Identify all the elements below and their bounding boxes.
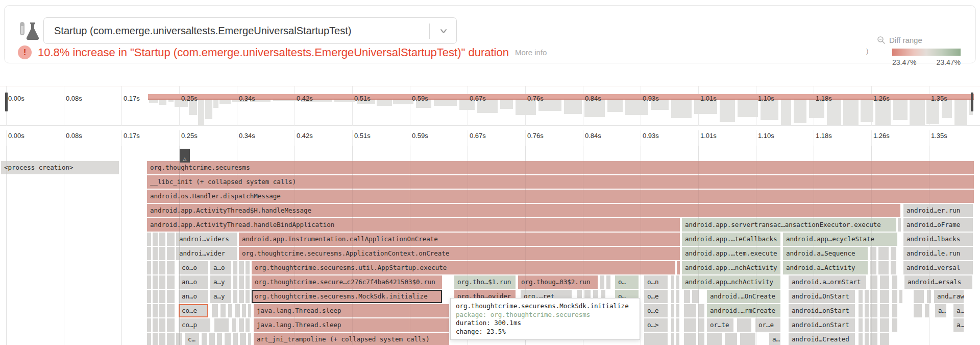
flame-bar[interactable]: androi…viders (176, 233, 237, 246)
flame-bar[interactable] (246, 275, 250, 289)
flame-bar[interactable] (606, 275, 610, 289)
minimap-right-handle[interactable] (971, 93, 973, 111)
flame-bar[interactable] (159, 275, 165, 289)
flame-bar[interactable] (159, 261, 165, 274)
flame-bar[interactable]: android…oFrame (903, 218, 973, 232)
flame-bar[interactable]: android.app.…tem.execute (682, 247, 780, 260)
flame-bar[interactable] (217, 333, 222, 345)
flame-bar[interactable]: co…p (179, 318, 210, 332)
flame-bar[interactable] (880, 318, 889, 332)
flame-bar[interactable] (914, 304, 922, 317)
flame-bar[interactable] (225, 333, 231, 345)
flame-bar[interactable]: o…e (644, 290, 668, 303)
flame-bar[interactable] (167, 290, 175, 303)
flame-bar[interactable] (671, 318, 674, 332)
flame-bar[interactable]: __libc_init (+ collapsed system calls) (147, 175, 974, 189)
flame-bar[interactable] (684, 304, 696, 317)
flame-bar[interactable] (892, 304, 897, 317)
flame-bar[interactable] (159, 290, 165, 303)
flame-bar[interactable] (232, 318, 236, 332)
flame-bar[interactable] (153, 261, 158, 274)
flame-bar[interactable]: android.a…Activity (783, 261, 868, 274)
flame-bar[interactable]: o… (615, 275, 639, 289)
flame-bar[interactable]: org.tho…$1.run (454, 275, 516, 289)
flame-bar[interactable]: android…er.run (903, 204, 973, 217)
flame-bar[interactable]: o…e (644, 304, 668, 317)
flame-bar[interactable] (242, 304, 246, 317)
flame-bar[interactable] (892, 318, 897, 332)
flame-bar[interactable] (233, 275, 237, 289)
flame-bar[interactable]: an…o (179, 275, 208, 289)
flame-bar[interactable] (248, 304, 251, 317)
flame-bar[interactable] (671, 275, 674, 289)
flame-bar[interactable]: c… (185, 333, 199, 345)
flame-bar[interactable] (239, 275, 244, 289)
flame-bar[interactable] (880, 304, 889, 317)
flame-bar[interactable] (228, 304, 232, 317)
flame-bar[interactable]: android.app.ActivityThread$H.handleMessa… (147, 204, 900, 217)
flame-bar[interactable]: o…n (644, 275, 668, 289)
flame-bar[interactable] (892, 275, 897, 289)
chevron-down-icon[interactable] (439, 27, 448, 36)
flame-bar[interactable]: or…e (755, 318, 780, 332)
flame-bar[interactable] (671, 333, 674, 345)
flame-bar[interactable] (865, 304, 869, 317)
flame-bar[interactable] (233, 290, 237, 303)
flame-bar[interactable]: android…onStart (789, 318, 855, 332)
span-marker-flag[interactable]: △ (180, 149, 190, 163)
flame-bar[interactable]: android…lbacks (903, 233, 973, 246)
minimap-left-handle[interactable] (5, 93, 8, 111)
flame-bar[interactable]: android…le.run (903, 247, 973, 260)
flame-bar[interactable] (898, 218, 901, 232)
flame-bar[interactable]: org.thoughtcrime.secure…c276c7f4ba642150… (252, 275, 442, 289)
flame-bar[interactable]: a…y (210, 275, 231, 289)
flame-bar[interactable] (167, 275, 175, 289)
flame-bar[interactable] (159, 318, 165, 332)
flame-bar[interactable] (233, 261, 237, 274)
flame-bar[interactable]: art_jni_trampoline (+ collapsed system c… (254, 333, 449, 345)
flame-bar[interactable]: android.app.ActivityThread.handleBindApp… (147, 218, 680, 232)
flame-bar[interactable] (167, 333, 175, 345)
flame-bar[interactable] (235, 304, 240, 317)
flame-bar[interactable]: java.lang.Thread.sleep (254, 304, 449, 317)
test-selector-dropdown[interactable]: Startup (com.emerge.universaltests.Emerg… (43, 17, 457, 44)
flame-bar[interactable]: androi…vider (176, 247, 237, 260)
flame-bar[interactable] (246, 261, 250, 274)
timeline-minimap[interactable]: 0.00s0.08s0.17s0.25s0.34s0.42s0.51s0.59s… (0, 86, 980, 126)
flame-bar[interactable] (239, 290, 244, 303)
flame-bar[interactable]: org.thoughtcrime.securesms (147, 161, 974, 174)
flame-bar[interactable] (870, 290, 877, 303)
flame-bar[interactable] (892, 290, 897, 303)
flame-bar[interactable] (870, 333, 877, 345)
flame-bar[interactable] (202, 333, 207, 345)
flame-bar[interactable] (147, 304, 151, 317)
flame-bar[interactable] (925, 304, 929, 317)
flame-bar[interactable]: org.thoughtcrime.securesms.util.AppStart… (252, 261, 675, 274)
flame-bar[interactable]: android…ersals (904, 275, 972, 289)
flame-bar[interactable] (684, 290, 690, 303)
flame-bar[interactable] (147, 290, 151, 303)
flame-bar[interactable]: android.a…Sequence (783, 247, 868, 260)
flame-bar[interactable] (246, 318, 250, 332)
flame-bar[interactable] (676, 318, 679, 332)
flame-bar[interactable]: android.…OnCreate (707, 290, 780, 303)
flame-bar[interactable] (859, 318, 863, 332)
flame-bar[interactable] (870, 261, 876, 274)
flame-bar[interactable] (707, 333, 722, 345)
diff-range-gradient-bar[interactable] (892, 49, 961, 56)
flame-bar[interactable] (153, 275, 158, 289)
flame-bar[interactable] (167, 318, 175, 332)
flame-bar[interactable] (684, 333, 696, 345)
flame-bar[interactable] (740, 333, 755, 345)
flame-bar[interactable]: android…onStart (789, 304, 855, 317)
flame-bar[interactable]: a… (935, 304, 946, 317)
flame-bar[interactable] (914, 290, 924, 303)
flame-bar[interactable]: android.…rmCreate (707, 304, 780, 317)
flame-bar[interactable] (147, 247, 151, 260)
flame-bar[interactable] (725, 333, 737, 345)
flame-bar[interactable] (248, 333, 251, 345)
flame-bar[interactable] (865, 333, 869, 345)
flame-bar[interactable] (698, 333, 704, 345)
flame-bar[interactable] (880, 290, 889, 303)
flame-bar[interactable] (880, 275, 889, 289)
